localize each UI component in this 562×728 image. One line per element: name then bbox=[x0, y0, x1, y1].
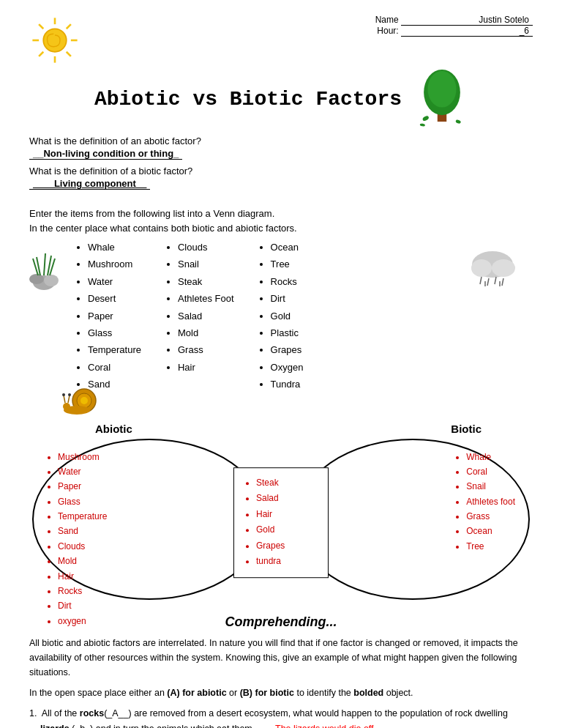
svg-line-6 bbox=[67, 52, 71, 56]
svg-line-38 bbox=[64, 395, 65, 403]
name-area: Name Justin Sotelo Hour: _6 bbox=[375, 15, 533, 37]
list-item: Gold bbox=[271, 308, 304, 324]
list-item: Salad bbox=[256, 491, 317, 507]
list-item: Water bbox=[88, 273, 141, 290]
list-item: Ocean bbox=[271, 239, 304, 256]
list-item: tundra bbox=[256, 554, 317, 571]
abiotic-label: Abiotic bbox=[95, 423, 132, 435]
list-item: Steak bbox=[178, 273, 234, 290]
sun-icon bbox=[29, 15, 80, 66]
svg-line-29 bbox=[495, 277, 496, 284]
list-item: Rocks bbox=[271, 273, 304, 290]
svg-line-5 bbox=[39, 24, 43, 29]
list-item: Dirt bbox=[58, 598, 107, 613]
q2-answer: ____Living component__ bbox=[29, 178, 150, 190]
list-item: Glass bbox=[88, 324, 141, 341]
list-item: Grass bbox=[178, 341, 234, 358]
list-item: Clouds bbox=[178, 239, 234, 256]
list-item: Sand bbox=[58, 524, 107, 538]
title-row: Abiotic vs Biotic Factors bbox=[29, 70, 533, 128]
list-item: Ocean bbox=[466, 524, 515, 538]
items-list-area: WhaleMushroomWaterDesertPaperGlassTemper… bbox=[73, 239, 533, 393]
list-item: Snail bbox=[178, 256, 234, 272]
svg-point-12 bbox=[427, 71, 456, 108]
list-item: Rocks bbox=[58, 584, 107, 598]
list-item: Whale bbox=[466, 450, 515, 464]
list-item: Grass bbox=[466, 509, 515, 524]
svg-line-7 bbox=[67, 24, 71, 29]
venn-diagram: MushroomWaterPaperGlassTemperatureSandCl… bbox=[32, 439, 530, 607]
svg-line-27 bbox=[480, 277, 482, 284]
q2-label: What is the definition of a biotic facto… bbox=[29, 166, 533, 177]
col1: WhaleMushroomWaterDesertPaperGlassTemper… bbox=[73, 239, 141, 393]
svg-line-28 bbox=[487, 278, 489, 286]
page-title: Abiotic vs Biotic Factors bbox=[94, 88, 402, 111]
venn-center-box: SteakSaladHairGoldGrapestundra bbox=[233, 467, 329, 579]
svg-point-9 bbox=[48, 34, 61, 47]
list-item: Tundra bbox=[271, 376, 304, 393]
question-2-section: What is the definition of a biotic facto… bbox=[29, 166, 533, 190]
svg-point-17 bbox=[29, 274, 44, 284]
svg-point-35 bbox=[80, 397, 88, 404]
list-item: Plastic bbox=[271, 324, 304, 341]
list-item: Grapes bbox=[256, 538, 317, 554]
list-item: Temperature bbox=[58, 509, 107, 524]
list-item: Snail bbox=[466, 479, 515, 494]
svg-point-15 bbox=[420, 123, 426, 127]
list-item: Mold bbox=[58, 554, 107, 568]
list-item: Coral bbox=[88, 359, 141, 376]
list-item: Clouds bbox=[58, 539, 107, 554]
q1-red-answer: ___The lizards would die off, bbox=[260, 724, 376, 728]
list-item: Mushroom bbox=[58, 450, 107, 464]
venn-center-list: SteakSaladHairGoldGrapestundra bbox=[245, 475, 317, 571]
tree-icon bbox=[416, 70, 468, 128]
list-item: Grapes bbox=[271, 341, 304, 358]
comprehending-section: Comprehending... All biotic and abiotic … bbox=[29, 614, 533, 728]
list-item: Paper bbox=[88, 308, 141, 324]
svg-point-14 bbox=[455, 119, 461, 125]
list-item: Glass bbox=[58, 494, 107, 509]
list-item: Athletes Foot bbox=[178, 290, 234, 307]
list-item: Mold bbox=[178, 324, 234, 341]
list-item: Paper bbox=[58, 479, 107, 494]
svg-line-20 bbox=[44, 253, 45, 275]
svg-point-18 bbox=[44, 275, 59, 286]
venn-left-list: MushroomWaterPaperGlassTemperatureSandCl… bbox=[47, 450, 107, 629]
list-item: Whale bbox=[88, 239, 141, 256]
list-item: Steak bbox=[256, 475, 317, 491]
list-item: Gold bbox=[256, 523, 317, 539]
comprehend-q1: 1. All of the rocks(_A__) are removed fr… bbox=[29, 706, 533, 728]
list-item: Dirt bbox=[271, 290, 304, 307]
cloud-rain-icon bbox=[467, 246, 525, 286]
venn-instruction: Enter the items from the following list … bbox=[29, 207, 533, 235]
svg-point-13 bbox=[422, 115, 430, 122]
identify-instruction: In the open space place either an (A) fo… bbox=[29, 686, 533, 700]
list-item: Athletes foot bbox=[466, 494, 515, 509]
list-item: oxygen bbox=[58, 614, 107, 628]
venn-labels: Abiotic Biotic bbox=[29, 423, 533, 435]
svg-line-39 bbox=[68, 395, 70, 403]
comprehending-paragraph: All biotic and abiotic factors are inter… bbox=[29, 636, 533, 680]
student-hour: _6 bbox=[401, 26, 533, 37]
col2: CloudsSnailSteakAthletes FootSaladMoldGr… bbox=[163, 239, 234, 393]
snail-icon bbox=[62, 382, 106, 415]
list-item: Water bbox=[58, 464, 107, 479]
q1-label: What is the definition of an abotic fact… bbox=[29, 135, 533, 146]
list-item: Temperature bbox=[88, 341, 141, 358]
svg-point-41 bbox=[68, 393, 71, 396]
list-item: Salad bbox=[178, 308, 234, 324]
q1-answer: __Non-living condition or thing_ bbox=[29, 148, 182, 160]
grass-rocks-icon bbox=[29, 235, 70, 294]
svg-point-40 bbox=[62, 393, 65, 396]
question-1-section: What is the definition of an abotic fact… bbox=[29, 135, 533, 160]
svg-point-37 bbox=[63, 403, 70, 410]
svg-point-25 bbox=[471, 259, 492, 277]
student-name: Justin Sotelo bbox=[401, 15, 533, 26]
list-item: Hair bbox=[178, 359, 234, 376]
header: Name Justin Sotelo Hour: _6 bbox=[29, 15, 533, 66]
col3: OceanTreeRocksDirtGoldPlasticGrapesOxyge… bbox=[256, 239, 304, 393]
svg-line-8 bbox=[39, 52, 43, 56]
list-item: Hair bbox=[256, 507, 317, 523]
svg-point-26 bbox=[492, 259, 515, 277]
list-item: Mushroom bbox=[88, 256, 141, 272]
